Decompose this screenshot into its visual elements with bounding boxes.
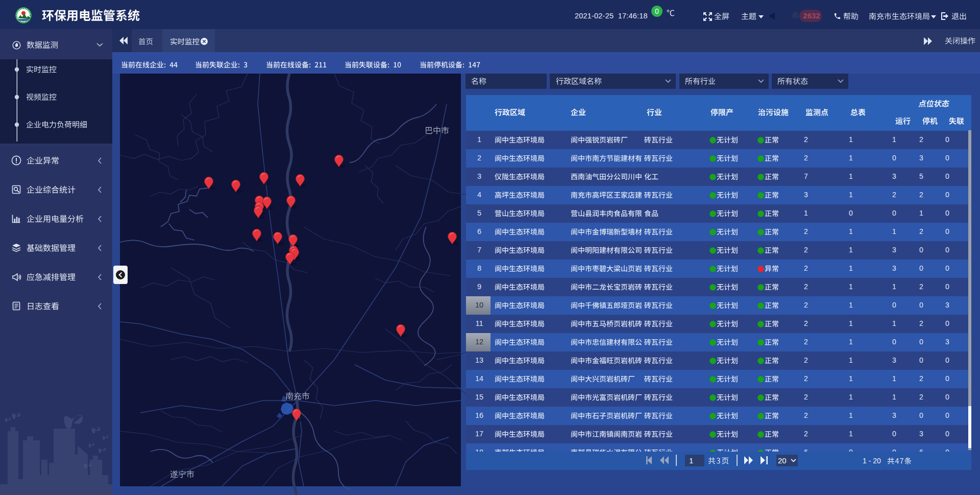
svg-text:0: 0 (655, 7, 659, 15)
